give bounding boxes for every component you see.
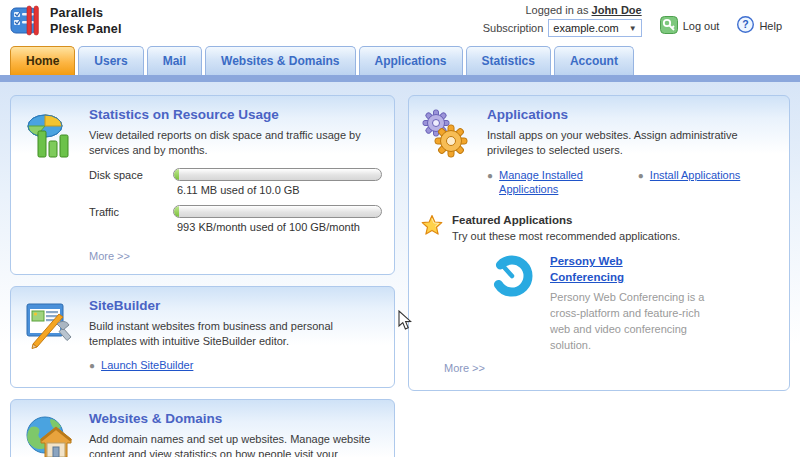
tab-websites-domains[interactable]: Websites & Domains [205, 46, 355, 75]
featured-applications-section: Featured Applications Try out these most… [421, 214, 777, 376]
tab-applications[interactable]: Applications [359, 46, 463, 75]
chevron-down-icon: ▼ [629, 24, 637, 33]
star-icon [421, 214, 443, 376]
featured-applications-title: Featured Applications [452, 214, 720, 226]
subscription-value: example.com [553, 22, 618, 34]
statistics-description: View detailed reports on disk space and … [89, 128, 382, 158]
traffic-meter [173, 205, 382, 218]
disk-space-caption: 6.11 MB used of 10.0 GB [177, 184, 382, 196]
bullet-icon: ● [89, 358, 95, 372]
sitebuilder-icon [23, 298, 75, 377]
tab-home[interactable]: Home [10, 46, 75, 75]
user-name-link[interactable]: John Doe [592, 4, 642, 16]
bullet-icon: ● [638, 168, 644, 197]
tab-bar: Home Users Mail Websites & Domains Appli… [0, 44, 800, 75]
traffic-caption: 993 KB/month used of 100 GB/month [177, 221, 382, 233]
subscription-select[interactable]: example.com ▼ [548, 19, 641, 37]
sitebuilder-card: SiteBuilder Build instant websites from … [10, 286, 395, 388]
logout-button[interactable]: Log out [660, 16, 720, 36]
help-label: Help [759, 20, 782, 32]
parallels-logo-icon [10, 4, 42, 40]
bullet-icon: ● [487, 168, 493, 197]
applications-card: Applications Install apps on your websit… [408, 95, 790, 391]
disk-space-meter [173, 168, 382, 181]
statistics-more-link[interactable]: More >> [89, 250, 130, 262]
left-column: Statistics on Resource Usage View detail… [10, 95, 395, 457]
traffic-fill [174, 206, 179, 217]
websites-domains-icon [23, 411, 75, 457]
brand-line2: Plesk Panel [50, 22, 122, 38]
main-content: Statistics on Resource Usage View detail… [0, 82, 800, 457]
traffic-label: Traffic [89, 205, 173, 218]
key-icon [660, 16, 678, 36]
mouse-cursor [398, 310, 412, 335]
persony-app-description: Persony Web Conferencing is a cross-plat… [550, 290, 710, 354]
brand-line1: Parallels [50, 6, 122, 22]
disk-space-fill [174, 169, 179, 180]
brand-text: Parallels Plesk Panel [50, 6, 122, 37]
help-button[interactable]: ? Help [737, 16, 782, 35]
header: Parallels Plesk Panel Logged in as John … [0, 0, 800, 44]
session-info: Logged in as John Doe Subscription examp… [483, 4, 642, 37]
launch-sitebuilder-link[interactable]: Launch SiteBuilder [101, 358, 193, 372]
tab-mail[interactable]: Mail [147, 46, 202, 75]
manage-installed-applications-link[interactable]: Manage Installed Applications [499, 168, 614, 197]
featured-applications-description: Try out these most recommended applicati… [452, 230, 720, 242]
logout-label: Log out [683, 20, 720, 32]
help-icon: ? [737, 16, 754, 35]
disk-space-label: Disk space [89, 168, 173, 181]
tab-account[interactable]: Account [554, 46, 634, 75]
sitebuilder-description: Build instant websites from business and… [89, 319, 382, 349]
websites-domains-card: Websites & Domains Add domain names and … [10, 399, 395, 457]
persony-app-link[interactable]: Persony Web Conferencing [550, 254, 670, 285]
applications-description: Install apps on your websites. Assign ad… [487, 128, 777, 158]
tab-statistics[interactable]: Statistics [466, 46, 551, 75]
logged-in-label: Logged in as [525, 4, 588, 16]
svg-text:?: ? [743, 18, 749, 30]
install-applications-link[interactable]: Install Applications [650, 168, 741, 197]
websites-domains-title: Websites & Domains [89, 411, 382, 426]
statistics-icon [23, 107, 75, 264]
sitebuilder-title: SiteBuilder [89, 298, 382, 313]
applications-icon [421, 107, 473, 200]
brand: Parallels Plesk Panel [10, 4, 122, 40]
tab-underline-bar [0, 75, 800, 82]
subscription-label: Subscription [483, 22, 544, 34]
right-column: Applications Install apps on your websit… [408, 95, 790, 402]
statistics-title: Statistics on Resource Usage [89, 107, 382, 122]
persony-app-icon [490, 254, 534, 354]
applications-title: Applications [487, 107, 777, 122]
websites-domains-description: Add domain names and set up websites. Ma… [89, 432, 382, 457]
statistics-card: Statistics on Resource Usage View detail… [10, 95, 395, 275]
tab-users[interactable]: Users [78, 46, 143, 75]
featured-more-link[interactable]: More >> [444, 362, 485, 374]
